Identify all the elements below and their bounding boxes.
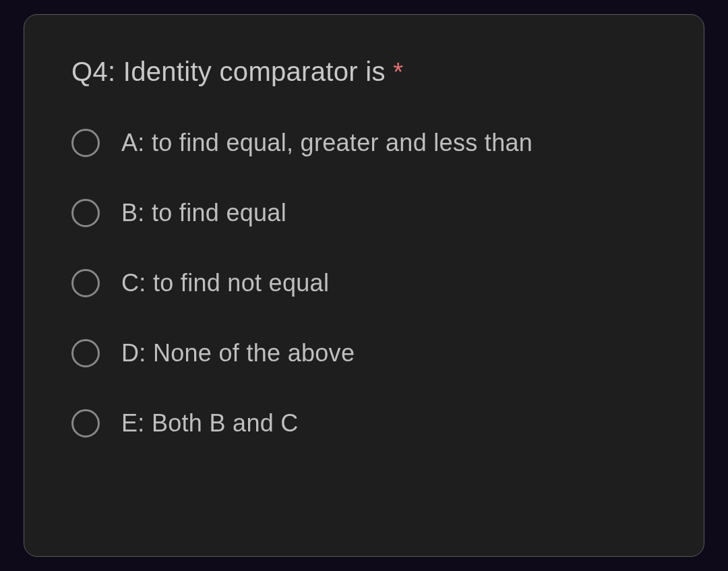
option-label: A: to find equal, greater and less than (121, 129, 533, 157)
option-e[interactable]: E: Both B and C (71, 409, 657, 438)
question-card: Q4: Identity comparator is * A: to find … (24, 14, 704, 557)
option-d[interactable]: D: None of the above (71, 339, 657, 367)
option-c[interactable]: C: to find not equal (71, 269, 657, 297)
radio-icon[interactable] (71, 199, 100, 227)
option-label: C: to find not equal (121, 269, 329, 297)
option-label: E: Both B and C (121, 409, 299, 438)
question-title: Q4: Identity comparator is * (71, 57, 657, 87)
option-a[interactable]: A: to find equal, greater and less than (71, 129, 657, 157)
radio-icon[interactable] (71, 269, 100, 297)
options-list: A: to find equal, greater and less than … (71, 129, 657, 438)
radio-icon[interactable] (71, 129, 100, 157)
option-b[interactable]: B: to find equal (71, 199, 657, 227)
radio-icon[interactable] (71, 409, 100, 438)
required-asterisk: * (393, 58, 403, 86)
question-text: Q4: Identity comparator is (71, 57, 393, 86)
option-label: B: to find equal (121, 199, 286, 227)
option-label: D: None of the above (121, 339, 355, 367)
radio-icon[interactable] (71, 339, 100, 367)
